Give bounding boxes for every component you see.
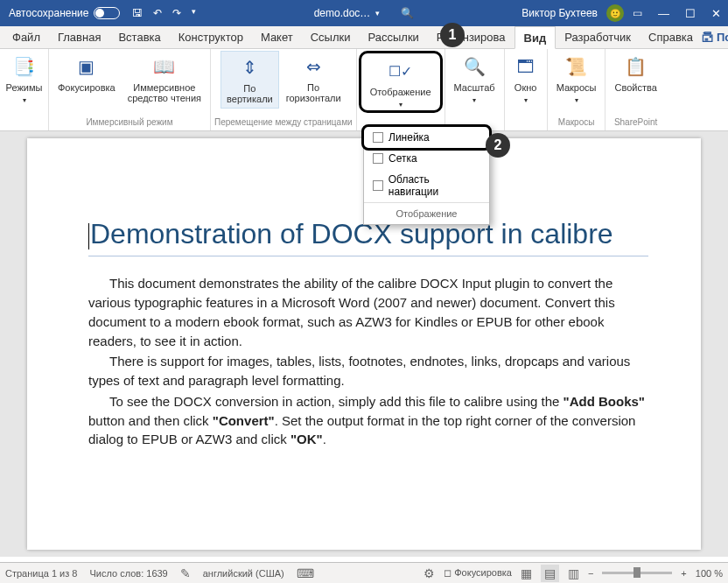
window-button[interactable]: 🗔 Окно ▾ xyxy=(508,51,543,108)
tab-design[interactable]: Конструктор xyxy=(170,26,252,49)
paragraph: This document demonstrates the ability o… xyxy=(88,274,648,350)
group-modes: 📑 Режимы ▾ xyxy=(0,49,49,130)
share-button[interactable]: 🖆 Поделиться xyxy=(702,31,728,44)
chevron-down-icon[interactable]: ▾ xyxy=(375,9,380,18)
autosave-toggle[interactable]: Автосохранение xyxy=(9,7,120,19)
paragraph: There is support for images, tables, lis… xyxy=(88,352,648,390)
status-right: ⚙ ◻ Фокусировка ▦ ▤ ▥ − + 100 % xyxy=(424,565,723,582)
document-title[interactable]: demo.doc… ▾ 🔍 xyxy=(314,7,415,19)
display-dropdown: Линейка Сетка Область навигации Отображе… xyxy=(363,126,490,225)
ruler-label: Линейка xyxy=(388,131,430,144)
text-cursor xyxy=(88,223,89,249)
horizontal-button[interactable]: ⇔ По горизонтали xyxy=(281,51,346,107)
status-wordcount[interactable]: Число слов: 1639 xyxy=(89,568,167,579)
document-body[interactable]: This document demonstrates the ability o… xyxy=(88,274,648,449)
user-name[interactable]: Виктор Бухтеев xyxy=(522,7,598,19)
properties-label: Свойства xyxy=(614,82,656,93)
view-web-icon[interactable]: ▥ xyxy=(568,566,579,580)
zoom-button[interactable]: 🔍 Масштаб ▾ xyxy=(449,51,500,108)
tab-home[interactable]: Главная xyxy=(49,26,109,49)
toggle-icon[interactable] xyxy=(94,7,120,19)
group-window: 🗔 Окно ▾ xyxy=(505,49,548,130)
dropdown-ruler[interactable]: Линейка xyxy=(364,127,489,148)
avatar[interactable]: 🙂 xyxy=(606,4,624,22)
checkbox-icon[interactable] xyxy=(373,153,383,164)
chevron-down-icon: ▾ xyxy=(472,96,476,104)
group-macros: 📜 Макросы ▾ Макросы xyxy=(548,49,606,130)
callout-2: 2 xyxy=(486,133,510,158)
status-page[interactable]: Страница 1 из 8 xyxy=(5,568,77,579)
pagemove-group-label: Перемещение между страницами xyxy=(214,117,353,129)
tab-layout[interactable]: Макет xyxy=(252,26,302,49)
window-label: Окно xyxy=(514,82,537,93)
search-icon[interactable]: 🔍 xyxy=(401,7,414,19)
dropdown-grid[interactable]: Сетка xyxy=(364,148,489,169)
immersive-group-label: Иммерсивный режим xyxy=(86,117,172,129)
tab-insert[interactable]: Вставка xyxy=(109,26,169,49)
macros-label: Макросы xyxy=(556,82,597,93)
checkbox-icon[interactable] xyxy=(373,132,383,143)
macros-icon: 📜 xyxy=(564,54,589,79)
properties-button[interactable]: 📋 Свойства xyxy=(609,51,662,96)
accessibility-icon[interactable]: ⌨ xyxy=(297,566,314,580)
focus-button[interactable]: ▣ Фокусировка xyxy=(52,51,121,96)
qat-dropdown-icon[interactable]: ▾ xyxy=(192,7,196,19)
tab-mailings[interactable]: Рассылки xyxy=(359,26,427,49)
tab-file[interactable]: Файл xyxy=(4,26,49,49)
display-button[interactable]: ☐✓ Отображение ▾ xyxy=(359,51,443,113)
chevron-down-icon: ▾ xyxy=(524,96,528,104)
save-icon[interactable]: 🖫 xyxy=(132,7,143,19)
spellcheck-icon[interactable]: ✎ xyxy=(180,566,191,580)
group-immersive: ▣ Фокусировка 📖 Иммерсивное средство чте… xyxy=(49,49,211,130)
zoom-slider[interactable] xyxy=(602,572,672,574)
magnifier-icon: 🔍 xyxy=(462,54,486,79)
statusbar: Страница 1 из 8 Число слов: 1639 ✎ англи… xyxy=(0,562,728,583)
window-controls: — ☐ ✕ xyxy=(658,7,721,20)
dropdown-footer: Отображение xyxy=(364,202,489,224)
checkbox-icon[interactable] xyxy=(373,180,383,191)
group-sharepoint: 📋 Свойства SharePoint xyxy=(606,49,665,130)
share-icon: 🖆 xyxy=(702,31,713,44)
maximize-icon[interactable]: ☐ xyxy=(685,7,696,20)
status-language[interactable]: английский (США) xyxy=(203,568,284,579)
modes-icon: 📑 xyxy=(12,54,37,79)
display-icon: ☐✓ xyxy=(388,59,413,83)
ribbon: 📑 Режимы ▾ ▣ Фокусировка 📖 Иммерсивное с… xyxy=(0,49,728,131)
tab-references[interactable]: Ссылки xyxy=(302,26,360,49)
vertical-button[interactable]: ⇕ По вертикали xyxy=(220,51,279,109)
zoom-level[interactable]: 100 % xyxy=(696,568,723,579)
group-display: ☐✓ Отображение ▾ xyxy=(357,49,445,130)
tab-help[interactable]: Справка xyxy=(640,26,702,49)
focus-icon: ▣ xyxy=(74,54,99,79)
chevron-down-icon: ▾ xyxy=(399,101,402,109)
immersive-reader-button[interactable]: 📖 Иммерсивное средство чтения xyxy=(122,51,206,107)
close-icon[interactable]: ✕ xyxy=(711,7,721,20)
vertical-icon: ⇕ xyxy=(237,55,262,80)
immersive-label: Иммерсивное средство чтения xyxy=(128,82,201,103)
display-settings-icon[interactable]: ⚙ xyxy=(424,566,435,580)
zoom-out-button[interactable]: − xyxy=(588,568,593,579)
zoom-label: Масштаб xyxy=(454,82,495,93)
chevron-down-icon: ▾ xyxy=(23,96,26,104)
tab-view[interactable]: Вид xyxy=(514,26,556,49)
view-print-icon[interactable]: ▦ xyxy=(521,566,532,580)
focus-mode-button[interactable]: ◻ Фокусировка xyxy=(444,567,512,579)
minimize-icon[interactable]: — xyxy=(658,7,669,20)
sharepoint-group-label: SharePoint xyxy=(614,117,657,129)
document-name: demo.doc… xyxy=(314,7,371,19)
dropdown-navpane[interactable]: Область навигации xyxy=(364,169,489,202)
undo-icon[interactable]: ↶ xyxy=(153,7,162,19)
macros-button[interactable]: 📜 Макросы ▾ xyxy=(551,51,602,108)
window-icon: 🗔 xyxy=(514,54,538,79)
view-read-icon[interactable]: ▤ xyxy=(541,565,559,582)
zoom-in-button[interactable]: + xyxy=(681,568,686,579)
macros-group-label: Макросы xyxy=(558,117,595,129)
modes-button[interactable]: 📑 Режимы ▾ xyxy=(1,51,48,108)
properties-icon: 📋 xyxy=(624,54,648,79)
tab-developer[interactable]: Разработчик xyxy=(556,26,640,49)
ribbon-options-icon[interactable]: ▭ xyxy=(633,7,642,19)
share-label: Поделиться xyxy=(717,31,728,44)
focus-label: Фокусировка xyxy=(58,82,116,93)
group-pagemove: ⇕ По вертикали ⇔ По горизонтали Перемеще… xyxy=(211,49,357,130)
redo-icon[interactable]: ↷ xyxy=(172,7,181,19)
